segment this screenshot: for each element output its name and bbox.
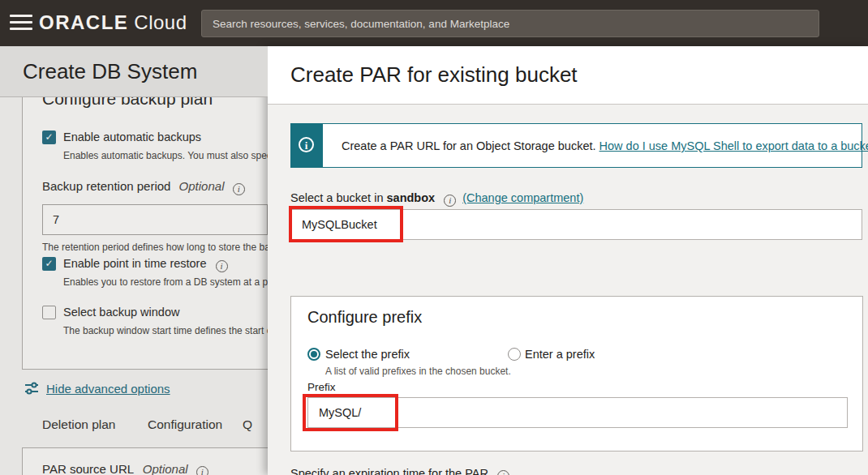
point-in-time-checkbox[interactable]: ✓ <box>42 257 56 271</box>
tab-configuration[interactable]: Configuration <box>148 417 222 432</box>
par-source-info-icon[interactable]: i <box>196 466 208 475</box>
par-source-url-text: PAR source URL <box>42 462 134 475</box>
point-in-time-label-text: Enable point in time restore <box>63 257 207 270</box>
sliders-icon <box>24 380 40 400</box>
bucket-info-icon[interactable]: i <box>444 195 456 207</box>
backup-window-label: Select backup window <box>63 306 179 319</box>
expiration-info-icon[interactable]: i <box>497 470 509 475</box>
point-in-time-info-icon[interactable]: i <box>216 260 228 272</box>
par-source-url-label: PAR source URL Optional i <box>42 462 208 475</box>
global-search-input[interactable] <box>201 10 819 37</box>
enable-automatic-backups-help: Enables automatic backups. You must also… <box>63 150 268 161</box>
configure-prefix-title: Configure prefix <box>307 308 422 327</box>
panel-title: Create PAR for existing bucket <box>290 62 578 88</box>
mysql-shell-help-link[interactable]: How do I use MySQL Shell to export data … <box>599 139 868 152</box>
backup-retention-label-text: Backup retention period <box>42 179 170 193</box>
backup-window-help: The backup window start time defines the… <box>63 325 268 336</box>
oracle-cloud-logo[interactable]: ORACLECloud <box>39 11 187 34</box>
backup-retention-label: Backup retention period Optional i <box>42 179 245 195</box>
info-icon: i <box>299 137 314 152</box>
tab-deletion-plan[interactable]: Deletion plan <box>42 417 115 432</box>
backup-plan-section: Configure backup plan ✓ Enable automatic… <box>0 98 268 475</box>
enter-a-prefix-label: Enter a prefix <box>525 348 595 361</box>
enter-a-prefix-radio[interactable] <box>508 348 521 361</box>
page-title: Create DB System <box>23 59 197 84</box>
hide-advanced-options-link[interactable]: Hide advanced options <box>46 382 170 396</box>
prefix-input[interactable] <box>307 397 848 428</box>
optional-tag: Optional <box>143 462 188 475</box>
change-compartment-link[interactable]: (Change compartment) <box>462 191 583 204</box>
bucket-select[interactable] <box>290 209 862 240</box>
enable-automatic-backups-checkbox[interactable]: ✓ <box>42 131 56 144</box>
panel-content: i Create a PAR URL for an Object Storage… <box>268 105 868 475</box>
create-db-system-page-dimmed: Create DB System Configure backup plan ✓… <box>0 46 268 475</box>
prefix-field-label: Prefix <box>307 381 336 393</box>
prefix-radio-help: A list of valid prefixes in the chosen b… <box>325 366 511 377</box>
enable-automatic-backups-label: Enable automatic backups <box>63 131 201 143</box>
create-par-panel: Create PAR for existing bucket i Create … <box>268 46 868 475</box>
backup-retention-input[interactable] <box>42 204 268 235</box>
info-banner: i Create a PAR URL for an Object Storage… <box>290 123 862 168</box>
compartment-name: sandbox <box>387 191 436 204</box>
select-the-prefix-radio[interactable] <box>307 348 320 361</box>
info-banner-accent: i <box>290 123 323 168</box>
info-banner-text: Create a PAR URL for an Object Storage b… <box>342 139 868 152</box>
tab-clipped[interactable]: Q <box>243 417 252 432</box>
page-title-band: Create DB System <box>0 46 268 97</box>
select-bucket-label: Select a bucket in sandbox i (Change com… <box>290 191 583 207</box>
backup-window-checkbox[interactable] <box>42 306 56 319</box>
banner-message: Create a PAR URL for an Object Storage b… <box>342 139 599 152</box>
brand-oracle: ORACLE <box>39 11 128 33</box>
expiration-label-text: Specify an expiration time for the PAR <box>290 467 488 475</box>
optional-tag: Optional <box>179 179 225 193</box>
point-in-time-help: Enables you to restore from a DB system … <box>63 276 268 288</box>
brand-cloud: Cloud <box>134 11 187 33</box>
hamburger-menu-icon[interactable] <box>10 15 32 32</box>
top-header: ORACLECloud <box>0 0 868 46</box>
expiration-label: Specify an expiration time for the PAR i <box>290 467 509 475</box>
configure-prefix-card: Configure prefix Select the prefix Enter… <box>290 296 863 451</box>
retention-info-icon[interactable]: i <box>233 183 245 195</box>
point-in-time-label: Enable point in time restore i <box>63 257 228 272</box>
retention-help: The retention period defines how long to… <box>42 242 268 253</box>
select-the-prefix-label: Select the prefix <box>325 348 410 361</box>
select-bucket-text: Select a bucket in <box>290 191 387 204</box>
